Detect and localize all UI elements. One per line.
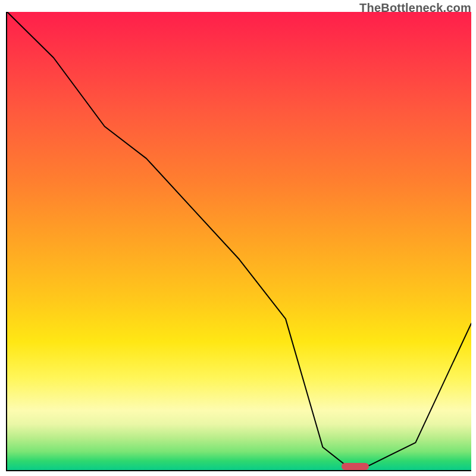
bottleneck-curve <box>7 12 471 470</box>
chart-frame: TheBottleneck.com <box>0 0 476 476</box>
optimal-marker <box>342 463 369 470</box>
plot-area <box>6 12 471 471</box>
